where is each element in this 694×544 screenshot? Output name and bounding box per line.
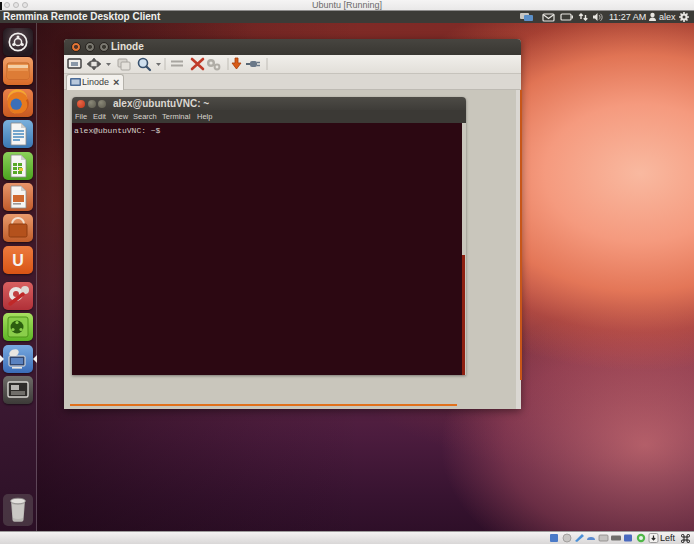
svg-text:U: U [12,252,24,269]
